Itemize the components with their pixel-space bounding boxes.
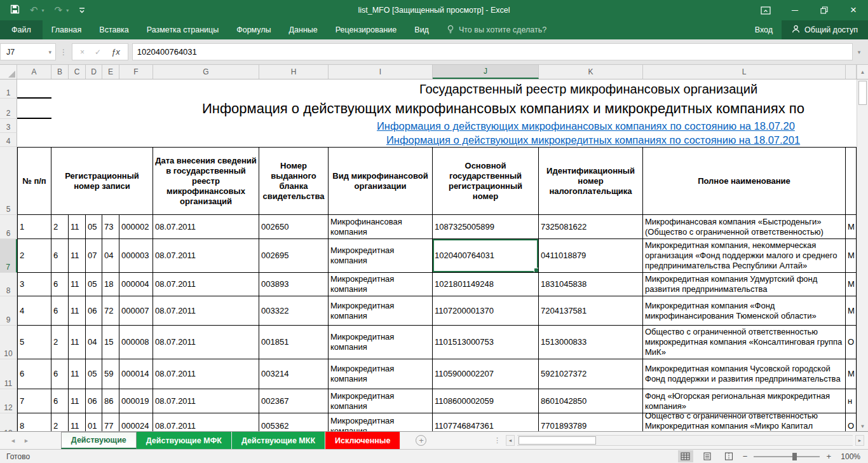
cell-D8[interactable]: 05	[86, 273, 102, 296]
cell-B7[interactable]: 6	[51, 239, 69, 273]
cell-J9[interactable]: 1107200001370	[433, 296, 539, 326]
row-header-2[interactable]: 2	[0, 99, 17, 119]
cell-B6[interactable]: 2	[51, 215, 69, 239]
ribbon-tab-Вставка[interactable]: Вставка	[90, 20, 137, 39]
hscroll-left-icon[interactable]: ◄	[506, 435, 515, 446]
cancel-icon[interactable]: ×	[80, 48, 85, 57]
cell-A12[interactable]: 7	[17, 389, 51, 413]
cell-C6[interactable]: 11	[69, 215, 86, 239]
ribbon-tab-Вид[interactable]: Вид	[405, 20, 438, 39]
cell-I6[interactable]: Микрофинансовая компания	[329, 215, 433, 239]
zoom-slider[interactable]	[754, 456, 820, 457]
column-header-H[interactable]: H	[259, 65, 329, 79]
cell-G6[interactable]: 08.07.2011	[153, 215, 259, 239]
row-header-9[interactable]: 9	[0, 296, 17, 326]
zoom-level[interactable]: 100%	[837, 452, 860, 461]
cell-C12[interactable]: 11	[69, 389, 86, 413]
formula-input[interactable]: 1020400764031	[132, 43, 853, 60]
sheet-tab-Действующие МФК[interactable]: Действующие МФК	[137, 432, 232, 449]
cell-C8[interactable]: 11	[69, 273, 86, 296]
cell-D12[interactable]: 06	[86, 389, 102, 413]
sheet-tab-Действующие МКК[interactable]: Действующие МКК	[232, 432, 325, 449]
cell-G7[interactable]: 08.07.2011	[153, 239, 259, 273]
cell-H6[interactable]: 002650	[259, 215, 329, 239]
redo-dropdown-icon[interactable]: ▾	[66, 8, 69, 13]
cell-A10[interactable]: 5	[17, 326, 51, 359]
cell-I8[interactable]: Микрокредитная компания	[329, 273, 433, 296]
column-header-G[interactable]: G	[153, 65, 259, 79]
zoom-in-icon[interactable]: +	[826, 452, 831, 461]
prev-sheet-icon[interactable]: ◄	[10, 438, 16, 444]
cell-F10[interactable]: 000008	[119, 326, 153, 359]
ribbon-tab-Главная[interactable]: Главная	[43, 20, 91, 39]
cell-I10[interactable]: Микрокредитная компания	[329, 326, 433, 359]
cell-J8[interactable]: 1021801149248	[433, 273, 539, 296]
cell-H13[interactable]: 005362	[259, 413, 329, 431]
name-box[interactable]: J7 ▾	[0, 43, 56, 60]
cell-C13[interactable]: 11	[69, 413, 86, 431]
vertical-scrollbar-thumb[interactable]	[858, 81, 867, 105]
row-header-4[interactable]: 4	[0, 133, 17, 147]
redo-icon[interactable]: ↷	[55, 4, 63, 16]
cell-F6[interactable]: 000002	[119, 215, 153, 239]
cell-K6[interactable]: 7325081622	[539, 215, 643, 239]
cell-E12[interactable]: 86	[102, 389, 119, 413]
link-mkk-info[interactable]: Информация о действующих микрокредитных …	[386, 133, 800, 147]
horizontal-scrollbar-thumb[interactable]	[519, 436, 596, 445]
cell-I12[interactable]: Микрокредитная компания	[329, 389, 433, 413]
cell-D9[interactable]: 06	[86, 296, 102, 326]
cell-C7[interactable]: 11	[69, 239, 86, 273]
column-header-B[interactable]: B	[51, 65, 69, 79]
column-header-K[interactable]: K	[539, 65, 643, 79]
cell-K12[interactable]: 8601042850	[539, 389, 643, 413]
scroll-down-icon[interactable]: ▼	[860, 421, 865, 431]
horizontal-scrollbar[interactable]	[517, 435, 853, 446]
cell-D7[interactable]: 07	[86, 239, 102, 273]
cell-J11[interactable]: 1105900002207	[433, 359, 539, 389]
cell-M8[interactable]: М	[846, 273, 857, 296]
cell-K13[interactable]: 7701893789	[539, 413, 643, 431]
cell-K7[interactable]: 0411018879	[539, 239, 643, 273]
cell-M11[interactable]: М	[846, 359, 857, 389]
cell-K10[interactable]: 1513000833	[539, 326, 643, 359]
restore-button[interactable]	[810, 0, 839, 20]
column-header-J[interactable]: J	[433, 65, 539, 79]
cell-G9[interactable]: 08.07.2011	[153, 296, 259, 326]
tab-splitter-icon[interactable]: ⋮	[494, 436, 501, 445]
row-header-8[interactable]: 8	[0, 273, 17, 296]
minimize-button[interactable]: ─	[780, 0, 810, 20]
cell-A11[interactable]: 6	[17, 359, 51, 389]
cell-F7[interactable]: 000003	[119, 239, 153, 273]
zoom-slider-thumb[interactable]	[792, 453, 797, 460]
page-layout-view-icon[interactable]	[700, 450, 715, 462]
cell-G10[interactable]: 08.07.2011	[153, 326, 259, 359]
cell-J6[interactable]: 1087325005899	[433, 215, 539, 239]
cell-I13[interactable]: Микрокредитная компания	[329, 413, 433, 431]
cell-H8[interactable]: 003893	[259, 273, 329, 296]
cell-B11[interactable]: 6	[51, 359, 69, 389]
column-header-C[interactable]: C	[69, 65, 86, 79]
cell-G12[interactable]: 08.07.2011	[153, 389, 259, 413]
sign-in-button[interactable]: Вход	[746, 20, 782, 39]
insert-function-icon[interactable]: ƒx	[111, 47, 120, 57]
cell-A13[interactable]: 8	[17, 413, 51, 431]
cell-L6[interactable]: Микрофинансовая компания «Быстроденьги» …	[643, 215, 846, 239]
cell-L13[interactable]: Общество с ограниченной ответственностью…	[643, 413, 846, 431]
cell-D13[interactable]: 01	[86, 413, 102, 431]
undo-icon[interactable]: ↶	[30, 4, 38, 16]
row-header-1[interactable]: 1	[0, 79, 17, 99]
cell-B10[interactable]: 2	[51, 326, 69, 359]
page-break-preview-icon[interactable]	[721, 450, 736, 462]
hscroll-right-icon[interactable]: ►	[855, 435, 864, 446]
cell-E10[interactable]: 15	[102, 326, 119, 359]
cell-K9[interactable]: 7204137581	[539, 296, 643, 326]
ribbon-tab-Данные[interactable]: Данные	[280, 20, 327, 39]
cell-H10[interactable]: 001851	[259, 326, 329, 359]
row-header-10[interactable]: 10	[0, 326, 17, 359]
cell-F12[interactable]: 000019	[119, 389, 153, 413]
row-header-13[interactable]: 13	[0, 413, 17, 431]
cell-L7[interactable]: Микрокредитная компания, некоммерческая …	[643, 239, 846, 273]
ribbon-tab-Рецензирование[interactable]: Рецензирование	[327, 20, 406, 39]
row-header-12[interactable]: 12	[0, 389, 17, 413]
add-sheet-button[interactable]: +	[416, 435, 426, 446]
